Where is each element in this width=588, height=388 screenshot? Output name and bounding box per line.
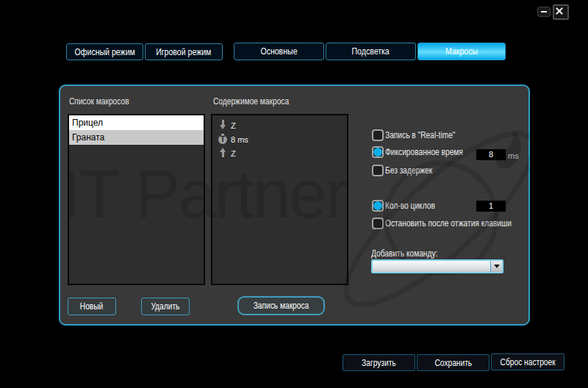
realtime-label: Запись в "Real-time" <box>385 130 455 140</box>
cycles-label: Кол-во циклов <box>385 201 435 211</box>
reset-button[interactable]: Сброс настроек <box>491 353 564 370</box>
no-delay-row: Без задержек <box>372 165 441 176</box>
tab-macros[interactable]: Макросы <box>417 43 506 60</box>
tab-game-mode[interactable]: Игровой режим <box>145 43 223 60</box>
key-up-icon <box>218 148 228 159</box>
record-macro-button-label: Запись макроса <box>254 301 309 311</box>
stop-on-release-label: Остановить после отжатия клавиши <box>385 218 512 229</box>
macro-content-label: Содержимое макроса <box>213 96 289 107</box>
cycles-radio[interactable] <box>372 200 384 212</box>
add-command-dropdown-button[interactable] <box>490 261 502 272</box>
fixed-time-row: Фиксированное время <box>372 146 477 158</box>
tab-game-mode-label: Игровой режим <box>156 47 211 57</box>
minimize-button[interactable] <box>537 7 551 17</box>
tab-backlight[interactable]: Подсветка <box>326 43 416 60</box>
delay-icon: T <box>218 134 228 144</box>
macro-event-keydown[interactable]: Z <box>212 118 347 132</box>
fixed-time-radio[interactable] <box>372 146 384 158</box>
tab-macros-label: Макросы <box>445 46 478 57</box>
macro-list-item[interactable]: Прицел <box>69 115 204 130</box>
no-delay-label: Без задержек <box>385 165 432 176</box>
realtime-checkbox[interactable] <box>372 129 384 141</box>
stop-on-release-checkbox[interactable] <box>372 218 384 229</box>
fixed-time-input[interactable]: 8 <box>476 149 506 160</box>
tab-office-mode-label: Офисный режим <box>74 47 135 57</box>
macro-event-delay-text: 8 ms <box>231 135 248 144</box>
no-delay-checkbox[interactable] <box>372 165 384 176</box>
tab-office-mode[interactable]: Офисный режим <box>66 43 143 60</box>
load-button[interactable]: Загрузить <box>343 354 415 371</box>
close-button[interactable] <box>553 4 569 20</box>
save-button-label: Сохранить <box>434 358 472 368</box>
macro-event-keyup[interactable]: Z <box>212 146 347 160</box>
stop-on-release-row: Остановить после отжатия клавиши <box>372 218 534 229</box>
add-command-label: Добавить команду: <box>371 248 437 259</box>
save-button[interactable]: Сохранить <box>417 354 490 371</box>
macro-list-label: Список макросов <box>69 96 129 107</box>
new-button-label: Новый <box>80 301 103 312</box>
add-command-select[interactable] <box>371 259 503 273</box>
load-button-label: Загрузить <box>362 358 396 368</box>
cycles-row: Кол-во циклов <box>372 200 444 212</box>
chevron-down-icon <box>494 265 500 268</box>
delete-button-label: Удалить <box>151 301 180 312</box>
new-button[interactable]: Новый <box>68 298 116 315</box>
tab-main-label: Основные <box>260 46 297 57</box>
macro-list-item-selected[interactable]: Граната <box>69 130 204 145</box>
macro-event-key2: Z <box>231 149 236 158</box>
reset-button-label: Сброс настроек <box>500 357 555 367</box>
macro-event-key: Z <box>231 121 236 130</box>
delete-button[interactable]: Удалить <box>141 298 190 315</box>
fixed-time-label: Фиксированное время <box>385 147 463 157</box>
macro-content-list[interactable]: Z T8 ms Z <box>211 114 348 285</box>
key-down-icon <box>218 120 228 131</box>
minimize-icon <box>541 11 547 12</box>
tab-main[interactable]: Основные <box>234 43 324 60</box>
record-macro-button[interactable]: Запись макроса <box>237 296 325 315</box>
macro-list[interactable]: Прицел Граната <box>68 114 205 285</box>
cycles-input[interactable]: 1 <box>476 201 506 212</box>
tab-backlight-label: Подсветка <box>352 46 390 57</box>
realtime-row: Запись в "Real-time" <box>372 129 467 141</box>
macro-event-delay[interactable]: T8 ms <box>212 132 347 146</box>
fixed-time-unit: ms <box>508 151 519 160</box>
